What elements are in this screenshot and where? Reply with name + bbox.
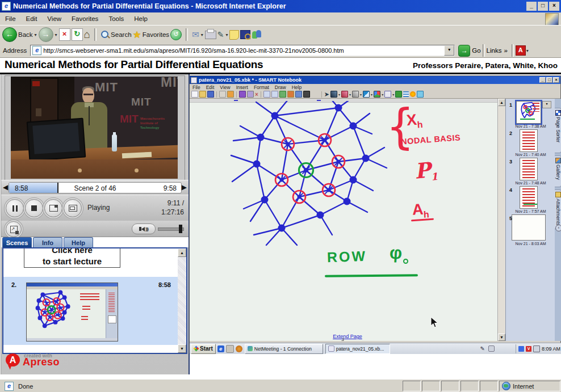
tab-scenes[interactable]: Scenes [2,237,32,247]
canvas-scrollbar[interactable]: ▲ ▼ [497,99,505,341]
mail-button[interactable]: ✉ [192,29,199,40]
menu-favorites[interactable]: Favorites [66,14,103,24]
page-thumbnail-4[interactable] [520,186,538,209]
tray-display-icon[interactable] [533,345,540,352]
scene-list-scrollbar[interactable]: ▲ ▼ [178,248,186,353]
notebook-canvas[interactable]: { Xh NODAL BASIS P1 Ah ROW φ Extend Page… [190,99,506,341]
stop-button[interactable] [25,199,43,217]
volume-thumb[interactable] [179,225,182,233]
address-dropdown-icon[interactable]: ▾ [444,45,454,56]
tablet-icon[interactable] [488,345,495,352]
mit-logo-text: MIT [95,80,118,95]
seek-track[interactable]: 8:58 Scene 2 of 46 9:58 [9,182,182,193]
collapse-panel-icon[interactable]: ‹ [555,225,561,231]
page-menu-icon[interactable]: ▾ [542,101,551,108]
go-icon[interactable]: → [458,45,470,57]
menu-help[interactable]: Help [129,14,153,24]
favorites-icon[interactable]: ★ [133,29,141,41]
video-frame[interactable]: MIT MIT MIT MIT Massachusetts Institute … [5,75,185,181]
eraser-tool-icon [352,91,359,98]
tab-attachments[interactable]: Attachments [555,189,561,229]
start-line-2[interactable]: to start lecture [24,256,120,267]
notes-button[interactable] [229,30,239,40]
lecture-video[interactable]: MIT MIT MIT MIT Massachusetts Institute … [11,77,178,179]
history-button[interactable]: ↺ [170,29,182,40]
address-url[interactable]: http://smcs-webserver-sma1.mit.edu/sma/a… [43,47,344,54]
address-input[interactable]: e http://smcs-webserver-sma1.mit.edu/sma… [30,45,455,56]
stylus-icon[interactable]: ✎ [480,345,485,352]
previous-scene-button[interactable]: ◀ [3,183,8,191]
page-thumbnail-5[interactable] [512,214,546,241]
search-icon[interactable] [101,30,110,39]
quicklaunch-ie-icon[interactable]: e [217,345,224,352]
tab-help[interactable]: Help [64,237,93,247]
tab-info[interactable]: Info [33,237,62,247]
quicklaunch-desktop-icon[interactable] [226,345,234,353]
menu-tools[interactable]: Tools [103,14,129,24]
taskbar-netmeeting[interactable]: NetMeeting - 1 Connection [245,344,323,354]
volume-slider[interactable] [158,227,184,231]
scene-thumbnail[interactable] [26,283,118,342]
refresh-button[interactable]: ↻ [72,28,83,41]
swap-view-button[interactable] [64,199,82,217]
menu-file[interactable]: File [0,14,21,24]
keyboard-icon [303,91,310,98]
page-entry-1[interactable]: 1 ▾ Nov 21 - 7:38 AM [506,101,555,129]
canvas-scroll-up-icon[interactable]: ▲ [498,99,505,106]
close-button[interactable]: × [549,2,559,11]
forward-button[interactable]: → [39,27,53,42]
layout-button[interactable] [44,199,62,217]
menu-edit[interactable]: Edit [21,14,43,24]
popout-button[interactable]: ↗ [6,221,22,237]
mini-mesh [28,290,77,335]
links-chevrons-icon[interactable]: » [501,47,509,54]
search-label[interactable]: Search [111,31,131,38]
favorites-label[interactable]: Favorites [143,31,169,38]
page-entry-3[interactable]: 3 Nov 21 - 7:48 AM [506,158,555,186]
page-thumbnail-2[interactable] [520,129,538,152]
next-page-icon [271,91,278,98]
scene-item-2[interactable]: 2. [3,277,180,345]
research-button[interactable] [240,30,250,39]
page-thumbnail-3[interactable] [520,158,538,180]
edit-button[interactable]: ✎ [217,30,224,39]
annotation-ah: Ah [412,200,429,218]
maximize-button[interactable]: □ [538,2,548,11]
page-entry-5[interactable]: 5 Nov 21 - 8:03 AM [506,214,555,247]
extend-page-link[interactable]: Extend Page [313,334,382,339]
start-button[interactable]: Start [191,344,216,354]
back-button[interactable]: ← [2,27,17,42]
forward-dropdown-icon[interactable]: ▾ [55,32,57,37]
pause-button[interactable] [6,199,24,217]
acrobat-icon[interactable]: A [516,45,526,56]
minimize-button[interactable]: _ [526,2,537,11]
tray-antivirus-icon[interactable]: V [526,346,531,352]
taskbar-notebook[interactable]: patera_nov21_05.xb... [325,344,390,354]
nb-menu-edit: Edit [203,85,217,90]
menu-view[interactable]: View [42,14,66,24]
tray-network-icon[interactable] [518,346,524,352]
next-scene-button[interactable]: ▶ [182,183,187,191]
go-label[interactable]: Go [472,47,480,54]
scene-item-start[interactable]: Click here to start lecture [24,247,120,268]
edit-dropdown-icon[interactable]: ▾ [225,32,228,37]
back-label[interactable]: Back [18,31,33,38]
tab-page-sorter[interactable]: Page Sorter [555,108,561,153]
acrobat-dropdown-icon[interactable]: ▾ [526,48,529,53]
scroll-up-icon[interactable]: ▲ [178,248,186,257]
stop-button[interactable]: × [59,28,70,41]
page-entry-4[interactable]: 4 Nov 21 - 7:57 AM [506,186,555,214]
messenger-button[interactable] [252,30,262,39]
print-button[interactable] [205,31,216,39]
page-thumbnail-1[interactable] [516,101,541,124]
home-button[interactable]: ⌂ [84,28,90,41]
page-entry-2[interactable]: 2 Nov 21 - 7:40 AM [506,129,555,158]
quicklaunch-media-icon[interactable] [236,345,242,352]
mute-button[interactable]: ))) [132,224,156,234]
tab-gallery[interactable]: Gallery [555,155,561,187]
mail-dropdown-icon[interactable]: ▾ [201,32,203,37]
links-label[interactable]: Links [487,47,502,54]
canvas-scroll-down-icon[interactable]: ▼ [498,334,505,341]
start-line-1[interactable]: Click here [24,247,120,256]
back-dropdown-icon[interactable]: ▾ [35,32,37,37]
